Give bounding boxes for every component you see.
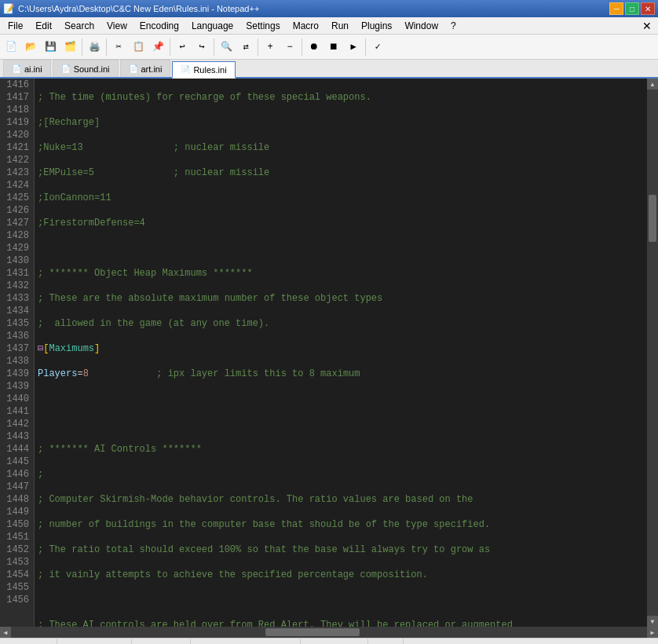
code-editor[interactable]: ; The time (minutes) for recharge of the… <box>35 79 647 627</box>
status-line-ending: Dos\Windows <box>302 639 368 644</box>
line-numbers: 1416 1417 1418 1419 1420 1421 1422 1423 … <box>0 79 35 627</box>
titlebar-left: 📝 C:\Users\Aydra\Desktop\C&C New Eden\Ru… <box>3 3 259 14</box>
tab-label-sound: Sound.ini <box>74 64 110 74</box>
menu-edit[interactable]: Edit <box>29 17 58 34</box>
tab-icon-rules: 📄 <box>181 65 190 74</box>
titlebar-controls: ─ □ ✕ <box>609 2 655 15</box>
tab-icon-art: 📄 <box>129 64 138 73</box>
print-button[interactable]: 🖨️ <box>85 38 104 57</box>
cut-button[interactable]: ✂ <box>109 38 128 57</box>
hscroll-thumb[interactable] <box>265 628 360 636</box>
tab-label-ai: ai.ini <box>24 64 42 74</box>
toolbar-sep-7 <box>365 38 366 56</box>
hscroll-track[interactable] <box>11 627 647 638</box>
code-line: ; number of buildings in the computer ba… <box>38 518 644 531</box>
menu-file[interactable]: File <box>2 17 29 34</box>
editor-container: 1416 1417 1418 1419 1420 1421 1422 1423 … <box>0 79 658 627</box>
toolbar-sep-5 <box>258 38 258 56</box>
tabs-bar: 📄 ai.ini 📄 Sound.ini 📄 art.ini 📄 Rules.i… <box>0 60 658 79</box>
macro-stop-button[interactable]: ⏹ <box>324 38 343 57</box>
tab-icon-sound: 📄 <box>61 64 71 73</box>
redo-button[interactable]: ↪ <box>192 38 211 57</box>
zoom-in-button[interactable]: + <box>261 38 280 57</box>
titlebar: 📝 C:\Users\Aydra\Desktop\C&C New Eden\Ru… <box>0 0 658 17</box>
scroll-down-button[interactable]: ▼ <box>647 616 658 627</box>
code-line: ; allowed in the game (at any one time). <box>38 317 644 330</box>
scroll-left-button[interactable]: ◀ <box>0 627 11 638</box>
toolbar-sep-4 <box>214 38 214 56</box>
replace-button[interactable]: ⇄ <box>236 38 255 57</box>
macro-record-button[interactable]: ⏺ <box>305 38 324 57</box>
code-line: ;EMPulse=5 ; nuclear missile <box>38 166 644 179</box>
code-line: ;FirestormDefense=4 <box>38 217 644 229</box>
scroll-thumb[interactable] <box>649 195 656 242</box>
code-line: ; ******* AI Controls ******* <box>38 443 644 456</box>
toolbar-sep-2 <box>106 38 107 56</box>
code-line: ; it vainly attempts to achieve the spec… <box>38 569 644 581</box>
tab-ai-ini[interactable]: 📄 ai.ini <box>3 60 51 77</box>
tab-art-ini[interactable]: 📄 art.ini <box>120 60 171 77</box>
menu-help[interactable]: ? <box>444 17 462 34</box>
tab-rules-ini[interactable]: 📄 Rules.ini <box>172 61 235 79</box>
zoom-out-button[interactable]: − <box>280 38 299 57</box>
app-icon: 📝 <box>3 3 15 14</box>
status-ins: INS <box>405 639 432 644</box>
code-line: ; These are the absolute maximum number … <box>38 292 644 305</box>
tab-icon-ai: 📄 <box>12 64 21 73</box>
code-line: Players=8 ; ipx layer limits this to 8 m… <box>38 368 644 380</box>
toolbar-sep-6 <box>302 38 302 56</box>
code-line: ; These AI controls are held over from R… <box>38 619 644 627</box>
code-line: ;IonCannon=11 <box>38 192 644 204</box>
tab-sound-ini[interactable]: 📄 Sound.ini <box>53 60 119 77</box>
code-line: ;[Recharge] <box>38 116 644 129</box>
maximize-button[interactable]: □ <box>625 2 639 15</box>
open-button[interactable]: 📂 <box>21 38 40 57</box>
copy-button[interactable]: 📋 <box>129 38 148 57</box>
code-line: ⊟ [Maximums] <box>38 342 644 355</box>
paste-button[interactable]: 📌 <box>148 38 167 57</box>
minimize-button[interactable]: ─ <box>609 2 623 15</box>
menu-close-button[interactable]: ✕ <box>638 20 656 32</box>
code-line: ; <box>38 468 644 481</box>
menu-encoding[interactable]: Encoding <box>133 17 185 34</box>
code-line: ; ******* Object Heap Maximums ******* <box>38 267 644 280</box>
status-file-type: MS ini file <box>6 639 57 644</box>
menu-search[interactable]: Search <box>58 17 101 34</box>
menu-settings[interactable]: Settings <box>239 17 286 34</box>
status-position: Ln : 1442 Col : 22 Sel : 0 <box>192 639 301 644</box>
code-line <box>38 393 644 405</box>
macro-play-button[interactable]: ▶ <box>344 38 363 57</box>
tab-label-rules: Rules.ini <box>193 65 226 75</box>
close-button[interactable]: ✕ <box>641 2 655 15</box>
code-line: ; The time (minutes) for recharge of the… <box>38 91 644 104</box>
toolbar: 📄 📂 💾 🗂️ 🖨️ ✂ 📋 📌 ↩ ↪ 🔍 ⇄ + − ⏺ ⏹ ▶ ✓ <box>0 35 658 60</box>
scroll-track[interactable] <box>647 90 658 616</box>
title-text: C:\Users\Aydra\Desktop\C&C New Eden\Rule… <box>18 4 259 13</box>
code-line: ; Computer Skirmish-Mode behavior contro… <box>38 493 644 506</box>
undo-button[interactable]: ↩ <box>173 38 192 57</box>
new-button[interactable]: 📄 <box>2 38 20 57</box>
status-length: length : 204022 <box>59 639 132 644</box>
menu-window[interactable]: Window <box>398 17 444 34</box>
menubar: File Edit Search View Encoding Language … <box>0 17 658 35</box>
save-all-button[interactable]: 🗂️ <box>60 38 79 57</box>
menu-run[interactable]: Run <box>325 17 355 34</box>
scroll-right-button[interactable]: ▶ <box>647 627 658 638</box>
toolbar-sep-3 <box>170 38 170 56</box>
menu-language[interactable]: Language <box>185 17 239 34</box>
save-button[interactable]: 💾 <box>41 38 60 57</box>
menu-view[interactable]: View <box>101 17 133 34</box>
code-line <box>38 594 644 606</box>
vertical-scrollbar[interactable]: ▲ ▼ <box>647 79 658 627</box>
find-button[interactable]: 🔍 <box>217 38 236 57</box>
menu-plugins[interactable]: Plugins <box>355 17 398 34</box>
syntax-check-button[interactable]: ✓ <box>368 38 387 57</box>
code-line <box>38 242 644 254</box>
scroll-up-button[interactable]: ▲ <box>647 79 658 90</box>
status-lines: lines : 9335 <box>133 639 191 644</box>
statusbar: MS ini file length : 204022 lines : 9335… <box>0 638 658 644</box>
tab-label-art: art.ini <box>141 64 163 74</box>
horizontal-scrollbar[interactable]: ◀ ▶ <box>0 627 658 638</box>
menu-macro[interactable]: Macro <box>287 17 325 34</box>
code-line <box>38 418 644 430</box>
